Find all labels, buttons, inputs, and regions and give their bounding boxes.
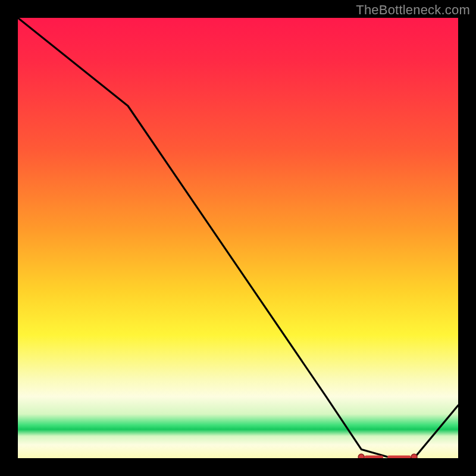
plot-area (18, 18, 458, 458)
svg-point-1 (411, 454, 417, 458)
optimal-marker (358, 454, 417, 458)
chart-frame: TheBottleneck.com (0, 0, 476, 476)
attribution-text: TheBottleneck.com (356, 2, 470, 18)
bottleneck-curve (18, 18, 458, 458)
svg-point-0 (358, 454, 364, 458)
curve-path (18, 18, 458, 458)
